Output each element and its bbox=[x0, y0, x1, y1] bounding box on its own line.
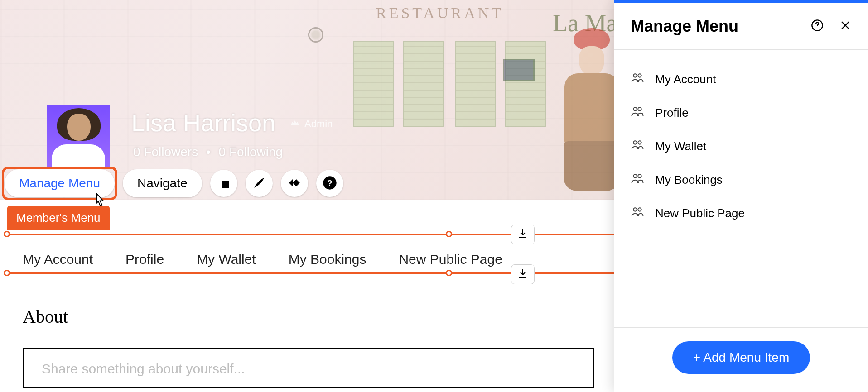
bg-street-sign bbox=[503, 59, 535, 81]
panel-item-label: My Bookings bbox=[655, 173, 723, 187]
tab-my-bookings[interactable]: My Bookings bbox=[289, 252, 366, 267]
layout-button[interactable] bbox=[210, 170, 237, 197]
animation-icon bbox=[287, 176, 302, 191]
panel-close-button[interactable] bbox=[839, 19, 852, 33]
profile-name: Lisa Harrison bbox=[131, 109, 275, 137]
help-button[interactable]: ? bbox=[316, 170, 343, 197]
stats-separator: • bbox=[206, 145, 211, 159]
animation-button[interactable] bbox=[281, 170, 308, 197]
panel-item-profile[interactable]: Profile bbox=[631, 96, 852, 129]
download-icon bbox=[517, 268, 528, 281]
design-button[interactable] bbox=[246, 170, 273, 197]
following-count[interactable]: 0 bbox=[219, 145, 226, 159]
selection-handle[interactable] bbox=[446, 231, 452, 237]
bg-shutter bbox=[403, 41, 444, 127]
avatar[interactable] bbox=[47, 105, 110, 168]
panel-item-label: Profile bbox=[655, 106, 689, 120]
panel-item-label: New Public Page bbox=[655, 206, 745, 220]
followers-count[interactable]: 0 bbox=[133, 145, 140, 159]
about-placeholder: Share something about yourself... bbox=[42, 361, 245, 377]
tab-profile[interactable]: Profile bbox=[125, 252, 164, 267]
selection-handle[interactable] bbox=[4, 270, 10, 276]
followers-label[interactable]: Followers bbox=[144, 145, 198, 159]
members-icon bbox=[631, 105, 644, 121]
svg-point-11 bbox=[638, 141, 641, 144]
tab-my-wallet[interactable]: My Wallet bbox=[197, 252, 256, 267]
members-icon bbox=[631, 205, 644, 222]
attach-handle-top[interactable] bbox=[511, 225, 535, 244]
help-icon: ? bbox=[323, 176, 337, 191]
panel-help-button[interactable] bbox=[811, 19, 824, 33]
about-heading: About bbox=[23, 306, 68, 327]
attach-handle-bottom[interactable] bbox=[511, 264, 535, 284]
panel-item-my-bookings[interactable]: My Bookings bbox=[631, 163, 852, 196]
panel-item-my-wallet[interactable]: My Wallet bbox=[631, 129, 852, 163]
brush-icon bbox=[252, 176, 266, 191]
admin-badge: Admin bbox=[290, 118, 333, 130]
members-icon bbox=[631, 71, 644, 88]
panel-item-my-account[interactable]: My Account bbox=[631, 62, 852, 96]
svg-point-12 bbox=[633, 174, 637, 178]
bg-sign-restaurant: RESTAURANT bbox=[376, 5, 504, 22]
add-menu-item-button[interactable]: + Add Menu Item bbox=[672, 341, 810, 374]
members-menu-tabs: My Account Profile My Wallet My Bookings… bbox=[23, 252, 502, 267]
tab-my-account[interactable]: My Account bbox=[23, 252, 93, 267]
panel-menu-list: My Account Profile My Wallet My Bookings… bbox=[614, 50, 868, 327]
profile-stats: 0 Followers • 0 Following bbox=[133, 145, 283, 159]
navigate-button[interactable]: Navigate bbox=[123, 169, 202, 197]
crown-icon bbox=[290, 118, 300, 130]
panel-item-label: My Wallet bbox=[655, 139, 706, 153]
help-icon bbox=[811, 26, 824, 33]
svg-point-10 bbox=[633, 141, 637, 144]
svg-text:?: ? bbox=[327, 178, 332, 187]
selection-handle[interactable] bbox=[446, 270, 452, 276]
about-textarea[interactable]: Share something about yourself... bbox=[23, 348, 594, 388]
editor-toolbar: Manage Menu Navigate ? bbox=[5, 169, 343, 197]
panel-item-label: My Account bbox=[655, 72, 716, 86]
svg-point-8 bbox=[633, 107, 637, 111]
svg-point-13 bbox=[638, 174, 641, 178]
admin-label: Admin bbox=[304, 118, 333, 130]
svg-point-14 bbox=[633, 208, 637, 211]
panel-footer: + Add Menu Item bbox=[614, 327, 868, 392]
manage-menu-button[interactable]: Manage Menu bbox=[5, 169, 115, 197]
layout-icon bbox=[217, 176, 231, 191]
svg-point-15 bbox=[638, 208, 641, 211]
panel-header: Manage Menu bbox=[614, 3, 868, 50]
panel-title: Manage Menu bbox=[631, 17, 738, 36]
selection-handle[interactable] bbox=[4, 231, 10, 237]
members-menu-tag: Member's Menu bbox=[7, 206, 110, 230]
following-label[interactable]: Following bbox=[229, 145, 283, 159]
svg-rect-1 bbox=[218, 177, 229, 181]
svg-point-7 bbox=[638, 74, 641, 77]
panel-item-new-public-page[interactable]: New Public Page bbox=[631, 196, 852, 230]
bg-shutter bbox=[353, 41, 394, 127]
svg-point-6 bbox=[633, 74, 637, 77]
manage-menu-panel: Manage Menu My Account Profile My Wallet… bbox=[614, 0, 868, 392]
close-icon bbox=[839, 26, 852, 33]
bg-shutter bbox=[505, 41, 546, 127]
members-icon bbox=[631, 172, 644, 188]
svg-rect-2 bbox=[218, 181, 222, 188]
tab-new-public-page[interactable]: New Public Page bbox=[399, 252, 502, 267]
members-icon bbox=[631, 138, 644, 155]
svg-point-9 bbox=[638, 107, 641, 111]
bg-shutter bbox=[455, 41, 496, 127]
bg-lamp bbox=[308, 27, 323, 43]
download-icon bbox=[517, 228, 528, 241]
